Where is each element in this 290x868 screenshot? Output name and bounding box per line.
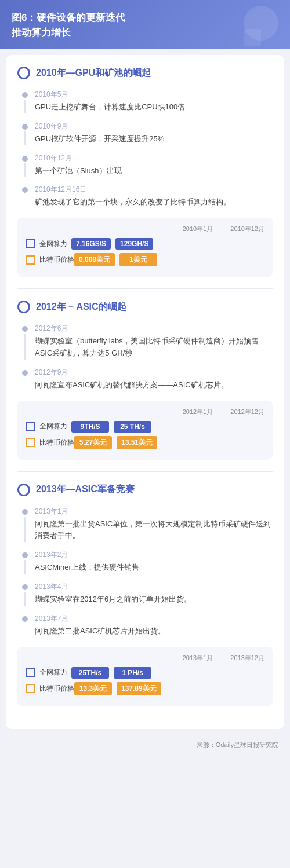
timeline-item-2013-1: 2013年1月 阿瓦隆第一批出货ASIC单位，第一次将大规模定制比特币采矿硬件送… bbox=[17, 507, 273, 543]
timeline-item-2013-2: 2013年2月 ASICMiner上线，提供硬件销售 bbox=[17, 550, 273, 574]
section-circle-2010 bbox=[17, 67, 30, 79]
timeline-item-2012-1: 2012年6月 蝴蝶实验室（butterfly labs，美国比特币采矿硬件制造… bbox=[17, 324, 273, 360]
line-2010-3 bbox=[24, 163, 26, 177]
timeline-item-2010-3: 2010年12月 第一个矿池（Slush）出现 bbox=[17, 153, 273, 177]
period-start-2010: 2010年1月 bbox=[183, 225, 213, 233]
hashrate-end-2012: 25 TH/s bbox=[114, 421, 151, 433]
date-2012-2: 2012年9月 bbox=[35, 368, 273, 378]
timeline-item-2013-4: 2013年7月 阿瓦隆第二批ASIC矿机芯片开始出货。 bbox=[17, 614, 273, 638]
hashrate-start-2010: 7.16GS/S bbox=[71, 238, 111, 250]
stats-box-2013: 2013年1月 2013年12月 全网算力 25TH/s 1 PH/s 比特币价… bbox=[17, 647, 273, 706]
stats-box-2012: 2012年1月 2012年12月 全网算力 9TH/S 25 TH/s 比特币价… bbox=[17, 401, 273, 460]
period-start-2012: 2012年1月 bbox=[183, 408, 213, 416]
period-start-2013: 2013年1月 bbox=[183, 654, 213, 662]
section-2010: 2010年—GPU和矿池的崛起 2010年5月 GPU走上挖矿舞台，计算速度比C… bbox=[17, 67, 273, 277]
price-label-2010: 比特币价格 bbox=[39, 255, 74, 265]
hashrate-label-2012: 全网算力 bbox=[39, 422, 71, 431]
price-end-2012: 13.51美元 bbox=[117, 436, 157, 449]
hashrate-row-2012: 全网算力 9TH/S 25 TH/s bbox=[26, 421, 264, 433]
price-start-2013: 13.3美元 bbox=[74, 682, 112, 695]
date-2013-3: 2013年4月 bbox=[35, 582, 273, 592]
stats-period-2013: 2013年1月 2013年12月 bbox=[183, 654, 264, 662]
hashrate-row-2013: 全网算力 25TH/s 1 PH/s bbox=[26, 667, 264, 679]
line-2010-2 bbox=[24, 131, 26, 145]
dot-2010-2 bbox=[22, 124, 28, 130]
period-end-2010: 2010年12月 bbox=[230, 225, 264, 233]
price-row-2013: 比特币价格 13.3美元 137.89美元 bbox=[26, 682, 264, 695]
price-start-2010: 0.008美元 bbox=[74, 253, 115, 266]
section-title-2013: 2013年—ASIC军备竞赛 bbox=[17, 484, 273, 496]
stats-header-2012: 2012年1月 2012年12月 bbox=[26, 408, 264, 416]
dot-2010-4 bbox=[22, 187, 28, 193]
section-title-2010: 2010年—GPU和矿池的崛起 bbox=[17, 67, 273, 79]
period-end-2013: 2013年12月 bbox=[230, 654, 264, 662]
hashrate-icon-2010 bbox=[26, 239, 35, 248]
line-2012-1 bbox=[24, 334, 26, 360]
price-row-2012: 比特币价格 5.27美元 13.51美元 bbox=[26, 436, 264, 449]
price-icon-2010 bbox=[26, 255, 35, 265]
date-2013-1: 2013年1月 bbox=[35, 507, 273, 517]
price-icon-2013 bbox=[26, 684, 35, 693]
dot-2013-2 bbox=[22, 552, 28, 558]
text-2010-4: 矿池发现了它的第一个块，永久的改变了比特币算力结构。 bbox=[35, 196, 273, 208]
header-title: 图6：硬件设备的更新迭代 推动算力增长 bbox=[12, 10, 278, 40]
hashrate-end-2013: 1 PH/s bbox=[114, 667, 151, 679]
section-2013: 2013年—ASIC军备竞赛 2013年1月 阿瓦隆第一批出货ASIC单位，第一… bbox=[17, 484, 273, 706]
text-2013-2: ASICMiner上线，提供硬件销售 bbox=[35, 562, 273, 574]
dot-2013-4 bbox=[22, 616, 28, 622]
dot-2010-1 bbox=[22, 92, 28, 98]
stats-box-2010: 2010年1月 2010年12月 全网算力 7.16GS/S 129GH/S 比… bbox=[17, 218, 273, 277]
header-banner: 图6：硬件设备的更新迭代 推动算力增长 bbox=[0, 0, 290, 49]
price-row-2010: 比特币价格 0.008美元 1美元 bbox=[26, 253, 264, 266]
divider-2 bbox=[17, 471, 273, 472]
stats-header-2013: 2013年1月 2013年12月 bbox=[26, 654, 264, 662]
date-2010-1: 2010年5月 bbox=[35, 90, 273, 100]
price-start-2012: 5.27美元 bbox=[74, 436, 112, 449]
section-title-2012: 2012年 – ASIC的崛起 bbox=[17, 301, 273, 313]
price-icon-2012 bbox=[26, 438, 35, 447]
text-2012-2: 阿瓦隆宣布ASIC矿机的替代解决方案——ASIC矿机芯片。 bbox=[35, 379, 273, 391]
hashrate-label-2013: 全网算力 bbox=[39, 668, 71, 677]
text-2010-2: GPU挖矿软件开源，开采速度提升25% bbox=[35, 133, 273, 145]
dot-2013-3 bbox=[22, 584, 28, 590]
text-2013-4: 阿瓦隆第二批ASIC矿机芯片开始出货。 bbox=[35, 625, 273, 638]
price-label-2013: 比特币价格 bbox=[39, 684, 74, 694]
dot-2012-1 bbox=[22, 326, 28, 332]
date-2012-1: 2012年6月 bbox=[35, 324, 273, 334]
line-2013-2 bbox=[24, 560, 26, 574]
dot-2012-2 bbox=[22, 370, 28, 376]
text-2012-1: 蝴蝶实验室（butterfly labs，美国比特币采矿硬件制造商）开始预售AS… bbox=[35, 335, 273, 360]
timeline-item-2012-2: 2012年9月 阿瓦隆宣布ASIC矿机的替代解决方案——ASIC矿机芯片。 bbox=[17, 368, 273, 391]
line-2010-1 bbox=[24, 100, 26, 113]
divider-1 bbox=[17, 288, 273, 289]
hashrate-end-2010: 129GH/S bbox=[115, 238, 153, 250]
section-circle-2012 bbox=[17, 301, 30, 313]
hashrate-row-2010: 全网算力 7.16GS/S 129GH/S bbox=[26, 238, 264, 250]
date-2010-3: 2010年12月 bbox=[35, 153, 273, 163]
dot-2010-3 bbox=[22, 156, 28, 162]
text-2010-1: GPU走上挖矿舞台，计算速度比CPU快100倍 bbox=[35, 101, 273, 113]
stats-header-2010: 2010年1月 2010年12月 bbox=[26, 225, 264, 233]
date-2010-2: 2010年9月 bbox=[35, 122, 273, 131]
price-label-2012: 比特币价格 bbox=[39, 438, 74, 448]
hashrate-start-2013: 25TH/s bbox=[71, 667, 109, 679]
dot-2013-1 bbox=[22, 509, 28, 515]
text-2010-3: 第一个矿池（Slush）出现 bbox=[35, 165, 273, 177]
line-2013-1 bbox=[24, 517, 26, 543]
price-end-2010: 1美元 bbox=[119, 253, 157, 266]
timeline-item-2010-4: 2010年12月16日 矿池发现了它的第一个块，永久的改变了比特币算力结构。 bbox=[17, 185, 273, 208]
main-content: 2010年—GPU和矿池的崛起 2010年5月 GPU走上挖矿舞台，计算速度比C… bbox=[6, 55, 284, 729]
hashrate-icon-2013 bbox=[26, 668, 35, 677]
timeline-item-2010-2: 2010年9月 GPU挖矿软件开源，开采速度提升25% bbox=[17, 122, 273, 145]
source-text: 来源：Odaily星球日报研究院 bbox=[0, 735, 290, 758]
price-end-2013: 137.89美元 bbox=[117, 682, 161, 695]
date-2013-4: 2013年7月 bbox=[35, 614, 273, 624]
date-2010-4: 2010年12月16日 bbox=[35, 185, 273, 195]
stats-period-2012: 2012年1月 2012年12月 bbox=[183, 408, 264, 416]
timeline-item-2010-1: 2010年5月 GPU走上挖矿舞台，计算速度比CPU快100倍 bbox=[17, 90, 273, 113]
hashrate-label-2010: 全网算力 bbox=[39, 239, 71, 249]
text-2013-3: 蝴蝶实验室在2012年6月之前的订单开始出货。 bbox=[35, 594, 273, 606]
section-2012: 2012年 – ASIC的崛起 2012年6月 蝴蝶实验室（butterfly … bbox=[17, 301, 273, 459]
timeline-item-2013-3: 2013年4月 蝴蝶实验室在2012年6月之前的订单开始出货。 bbox=[17, 582, 273, 606]
hashrate-start-2012: 9TH/S bbox=[71, 421, 109, 433]
